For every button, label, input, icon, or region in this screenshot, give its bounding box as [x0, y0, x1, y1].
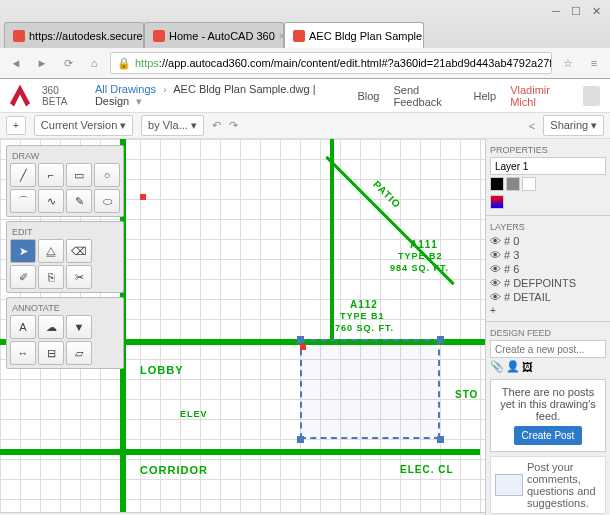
- dim-tool[interactable]: ↔: [10, 341, 36, 365]
- marker-tool[interactable]: ▼: [66, 315, 92, 339]
- lock-icon[interactable]: #: [504, 235, 510, 247]
- linetype-solid-icon[interactable]: [490, 177, 504, 191]
- linetype-none-icon[interactable]: [522, 177, 536, 191]
- version-select[interactable]: Current Version ▾: [34, 115, 133, 136]
- selection-grip[interactable]: [297, 336, 304, 343]
- lock-icon[interactable]: #: [504, 291, 510, 303]
- image-icon[interactable]: 🖼: [522, 361, 533, 373]
- home-icon[interactable]: ⌂: [84, 53, 104, 73]
- eye-icon[interactable]: 👁: [490, 235, 501, 247]
- address-bar[interactable]: 🔒 https://app.autocad360.com/main/conten…: [110, 52, 552, 74]
- erase-tool[interactable]: ⌫: [66, 239, 92, 263]
- layer-row[interactable]: 👁#0: [490, 234, 606, 248]
- help-link[interactable]: Help: [474, 90, 497, 102]
- redo-icon[interactable]: ↷: [229, 119, 238, 132]
- freehand-tool[interactable]: ✎: [66, 189, 92, 213]
- eyedrop-tool[interactable]: ✐: [10, 265, 36, 289]
- linetype-dash-icon[interactable]: [506, 177, 520, 191]
- dim2-tool[interactable]: ⊟: [38, 341, 64, 365]
- layer-row[interactable]: 👁#DETAIL: [490, 290, 606, 304]
- arc-tool[interactable]: ⌒: [10, 189, 36, 213]
- room-label-a111-type: TYPE B2: [398, 251, 443, 261]
- text-tool[interactable]: A: [10, 315, 36, 339]
- lock-icon[interactable]: #: [504, 249, 510, 261]
- circle-tool[interactable]: ○: [94, 163, 120, 187]
- create-post-button[interactable]: Create Post: [514, 426, 583, 445]
- url-text: ://app.autocad360.com/main/content/edit.…: [159, 57, 552, 69]
- copy-tool[interactable]: ⎘: [38, 265, 64, 289]
- marker-icon: [140, 194, 146, 200]
- menu-icon[interactable]: ≡: [584, 53, 604, 73]
- layers-panel: LAYERS 👁#0 👁#3 👁#6 👁#DEFPOINTS 👁#DETAIL …: [486, 216, 610, 322]
- room-label-a112: A112: [350, 299, 378, 310]
- layer-row[interactable]: 👁#DEFPOINTS: [490, 276, 606, 290]
- area-tool[interactable]: ▱: [66, 341, 92, 365]
- minimize-icon[interactable]: ─: [550, 5, 562, 17]
- forward-icon[interactable]: ►: [32, 53, 52, 73]
- user-name[interactable]: Vladimir Michl: [510, 84, 569, 108]
- feed-empty-text: There are no posts yet in this drawing's…: [497, 386, 599, 422]
- panel-title: LAYERS: [490, 220, 606, 234]
- undo-icon[interactable]: ↶: [212, 119, 221, 132]
- chevron-down-icon[interactable]: ▾: [136, 95, 142, 107]
- color-picker-icon[interactable]: [490, 195, 504, 209]
- sharing-button[interactable]: Sharing ▾: [543, 115, 604, 136]
- add-button[interactable]: +: [6, 116, 26, 135]
- layer-select[interactable]: [490, 157, 606, 175]
- room-label-a111: A111: [410, 239, 438, 250]
- eye-icon[interactable]: 👁: [490, 249, 501, 261]
- layer-row[interactable]: 👁#6: [490, 262, 606, 276]
- eye-icon[interactable]: 👁: [490, 263, 501, 275]
- layer-name: 6: [513, 263, 519, 275]
- browser-tab[interactable]: AEC Bldg Plan Sample.dw×: [284, 22, 424, 48]
- panel-title: DESIGN FEED: [490, 326, 606, 340]
- eye-icon[interactable]: 👁: [490, 277, 501, 289]
- room-label-lobby: LOBBY: [140, 364, 184, 376]
- avatar[interactable]: [583, 86, 600, 106]
- room-label-a112-type: TYPE B1: [340, 311, 385, 321]
- cloud-tool[interactable]: ☁: [38, 315, 64, 339]
- selection-grip[interactable]: [297, 436, 304, 443]
- layer-row[interactable]: 👁#3: [490, 248, 606, 262]
- selection-grip[interactable]: [437, 336, 444, 343]
- bookmark-icon[interactable]: ☆: [558, 53, 578, 73]
- browser-tab[interactable]: https://autodesk.secure.f×: [4, 22, 144, 48]
- maximize-icon[interactable]: ☐: [570, 5, 582, 17]
- spline-tool[interactable]: ∿: [38, 189, 64, 213]
- polyline-tool[interactable]: ⌐: [38, 163, 64, 187]
- ellipse-tool[interactable]: ⬭: [94, 189, 120, 213]
- lock-icon[interactable]: #: [504, 263, 510, 275]
- back-icon[interactable]: ◄: [6, 53, 26, 73]
- attach-icon[interactable]: 📎: [490, 360, 504, 373]
- feed-hint: Post your comments, questions and sugges…: [490, 456, 606, 514]
- app-header: 360 BETA All Drawings › AEC Bldg Plan Sa…: [0, 79, 610, 113]
- lock-icon: 🔒: [117, 57, 131, 70]
- feedback-link[interactable]: Send Feedback: [393, 84, 459, 108]
- main-area: LOBBY ELEV CORRIDOR PATIO A111 TYPE B2 9…: [0, 139, 610, 515]
- trim-tool[interactable]: ✂: [66, 265, 92, 289]
- line-tool[interactable]: ╱: [10, 163, 36, 187]
- blog-link[interactable]: Blog: [357, 90, 379, 102]
- favicon-icon: [293, 30, 305, 42]
- new-post-input[interactable]: [490, 340, 606, 358]
- by-select[interactable]: by Vla... ▾: [141, 115, 204, 136]
- selection-grip[interactable]: [437, 436, 444, 443]
- reload-icon[interactable]: ⟳: [58, 53, 78, 73]
- browser-tab[interactable]: Home - AutoCAD 360×: [144, 22, 284, 48]
- eye-icon[interactable]: 👁: [490, 291, 501, 303]
- share-icon[interactable]: <: [529, 120, 535, 132]
- draw-panel: DRAW ╱ ⌐ ▭ ○ ⌒ ∿ ✎ ⬭: [6, 145, 124, 217]
- select-tool[interactable]: ➤: [10, 239, 36, 263]
- add-layer-button[interactable]: +: [490, 304, 606, 317]
- selection-box[interactable]: [300, 339, 440, 439]
- layer-name: DEFPOINTS: [513, 277, 576, 289]
- rectangle-tool[interactable]: ▭: [66, 163, 92, 187]
- user-icon[interactable]: 👤: [506, 360, 520, 373]
- lock-icon[interactable]: #: [504, 277, 510, 289]
- breadcrumb-root[interactable]: All Drawings: [95, 83, 156, 95]
- tab-label: AEC Bldg Plan Sample.dw: [309, 30, 424, 42]
- panel-title: ANNOTATE: [10, 301, 120, 315]
- close-window-icon[interactable]: ✕: [590, 5, 602, 17]
- toolbar: + Current Version ▾ by Vla... ▾ ↶ ↷ < Sh…: [0, 113, 610, 139]
- mirror-tool[interactable]: ⧋: [38, 239, 64, 263]
